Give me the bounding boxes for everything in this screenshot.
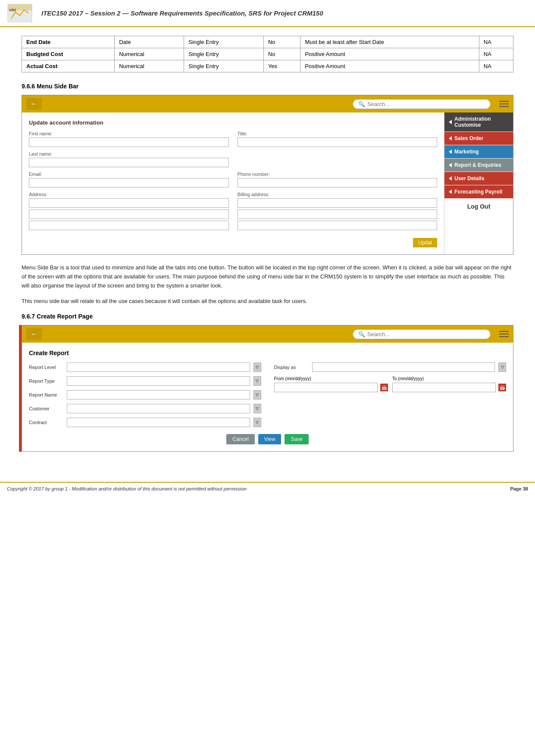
logo: sibt (7, 3, 33, 23)
first-name-label: First name: (29, 131, 229, 136)
phone-input[interactable] (238, 178, 438, 187)
billing-label: Billing address: (238, 192, 438, 197)
page-header: sibt ITEC150 2017 – Session 2 — Software… (0, 0, 535, 27)
report-form-grid: Report Level ▽ Report Type ▽ Report Name (29, 362, 506, 427)
sidebar-item-forecasting-payroll[interactable]: Forecasting Payroll (444, 185, 513, 199)
field-default: NA (479, 36, 513, 48)
field-default: NA (479, 48, 513, 60)
field-type: Date (115, 36, 184, 48)
report-form-left: Report Level ▽ Report Type ▽ Report Name (29, 362, 261, 427)
report-name-field: Report Name ▽ (29, 390, 261, 400)
sidebar-item-marketing[interactable]: Marketing (444, 145, 513, 159)
address-input-1[interactable] (29, 198, 229, 208)
sidebar-report-label: Report & Enquiries (454, 162, 501, 168)
contract-input[interactable] (67, 418, 250, 427)
description-para1: Menu Side Bar is a tool that used to min… (22, 263, 513, 290)
contract-dropdown[interactable]: ▽ (253, 418, 261, 427)
spacer-group (238, 151, 438, 167)
to-calendar-icon[interactable]: 📅 (498, 384, 506, 391)
display-as-label: Display as (274, 365, 309, 370)
create-report-body: Create Report Report Level ▽ Report Type… (22, 343, 513, 451)
section-967-heading: 9.6.7 Create Report Page (22, 313, 513, 320)
search-box-2: 🔍 (353, 329, 491, 339)
last-name-input[interactable] (29, 158, 229, 167)
arrow-icon (449, 163, 452, 167)
hamburger-menu-button-2[interactable] (499, 331, 509, 337)
from-calendar-icon[interactable]: 📅 (380, 384, 388, 391)
back-button[interactable]: ← (26, 98, 42, 110)
field-mandatory: No (263, 48, 300, 60)
field-validation: Positive Amount (300, 60, 479, 72)
footer-page-number: Page 38 (510, 486, 528, 491)
back-button-2[interactable]: ← (26, 328, 42, 340)
table-row: Actual Cost Numerical Single Entry Yes P… (22, 60, 513, 72)
first-name-input[interactable] (29, 137, 229, 147)
report-name-dropdown[interactable]: ▽ (253, 390, 261, 400)
create-report-mockup: ← 🔍 Create Report Report Level (22, 325, 513, 452)
title-input[interactable] (238, 137, 438, 147)
field-default: NA (479, 60, 513, 72)
document-title: ITEC150 2017 – Session 2 — Software Requ… (41, 9, 323, 17)
from-date-input[interactable] (274, 383, 378, 392)
view-button[interactable]: View (258, 434, 282, 444)
mockup-topbar: ← 🔍 (22, 95, 513, 112)
customer-input[interactable] (67, 404, 250, 413)
first-name-group: First name: (29, 131, 229, 147)
sidebar-sales-label: Sales Order (454, 135, 483, 141)
menu-line-2 (499, 103, 509, 104)
billing-input-2[interactable] (238, 209, 438, 219)
address-group: Address: (29, 192, 229, 230)
sidebar-item-logout[interactable]: Log Out (444, 199, 513, 214)
email-input[interactable] (29, 178, 229, 187)
search-input[interactable] (367, 101, 485, 107)
sidebar-forecasting-label: Forecasting Payroll (454, 189, 502, 195)
report-name-input[interactable] (67, 390, 250, 400)
display-as-input[interactable] (312, 362, 495, 372)
cancel-button[interactable]: Cancel (226, 434, 254, 444)
report-type-input[interactable] (67, 376, 250, 386)
table-row: Budgted Cost Numerical Single Entry No P… (22, 48, 513, 60)
display-as-dropdown[interactable]: ▽ (498, 362, 506, 372)
save-button[interactable]: Save (285, 434, 308, 444)
create-report-title: Create Report (29, 350, 506, 356)
last-name-group: Last name: (29, 151, 229, 167)
from-label: From (mm/dd/yyyy) (274, 376, 388, 381)
field-entry: Single Entry (184, 36, 264, 48)
fields-table: End Date Date Single Entry No Must be at… (22, 36, 513, 72)
address-input-3[interactable] (29, 221, 229, 230)
customer-dropdown[interactable]: ▽ (253, 404, 261, 413)
menu-sidebar-mockup: ← 🔍 Update account information First nam… (22, 95, 513, 255)
billing-group: Billing address: (238, 192, 438, 230)
search-icon: 🔍 (358, 101, 365, 107)
billing-input-1[interactable] (238, 198, 438, 208)
sidebar-item-report[interactable]: Report & Enquiries (444, 159, 513, 172)
field-mandatory: Yes (263, 60, 300, 72)
field-validation: Must be at least after Start Date (300, 36, 479, 48)
report-level-input[interactable] (67, 362, 250, 372)
field-type: Numerical (115, 48, 184, 60)
update-button[interactable]: Updat (413, 238, 437, 247)
report-level-dropdown[interactable]: ▽ (253, 362, 261, 372)
sidebar-item-sales-order[interactable]: Sales Order (444, 132, 513, 145)
report-type-dropdown[interactable]: ▽ (253, 376, 261, 386)
sidebar-item-user-details[interactable]: User Details (444, 172, 513, 185)
field-name: Actual Cost (22, 60, 115, 72)
sidebar-item-administration[interactable]: AdministrationCustomise (444, 112, 513, 132)
report-type-label: Report Type (29, 378, 63, 384)
to-date-input[interactable] (392, 383, 496, 392)
menu-line-3 (499, 336, 509, 337)
field-entry: Single Entry (184, 48, 264, 60)
search-icon-2: 🔍 (358, 331, 365, 337)
mockup2-topbar: ← 🔍 (22, 325, 513, 343)
field-name: End Date (22, 36, 115, 48)
date-labels-row: From (mm/dd/yyyy) To (mm/dd/yyyy) (274, 376, 507, 381)
hamburger-menu-button[interactable] (499, 101, 509, 107)
contract-field: Contract ▽ (29, 418, 261, 427)
email-group: Email: (29, 172, 229, 187)
footer-copyright: Copyright © 2017 by group 1 - Modificati… (7, 486, 247, 491)
search-input-2[interactable] (367, 331, 485, 337)
mockup-body: Update account information First name: T… (22, 112, 513, 254)
title-group: Title: (238, 131, 438, 147)
billing-input-3[interactable] (238, 221, 438, 230)
address-input-2[interactable] (29, 209, 229, 219)
